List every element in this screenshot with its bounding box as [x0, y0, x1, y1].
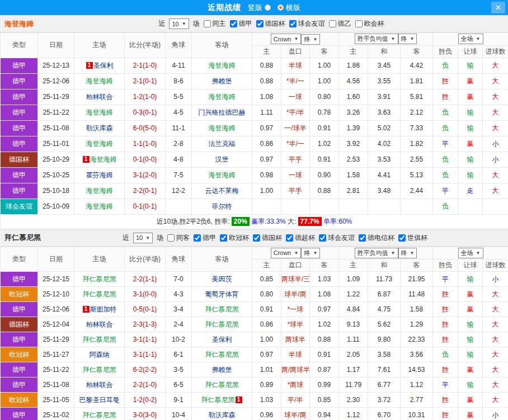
checkbox-德国杯[interactable] [253, 234, 260, 242]
mean-select[interactable]: 胜平负均值▼ [355, 34, 398, 44]
checkbox-德甲[interactable] [230, 20, 237, 27]
team-link[interactable]: 拜仁慕尼黑 [205, 305, 239, 313]
checkbox-德超杯[interactable] [286, 234, 293, 242]
match-count-select[interactable]: 10▼ [169, 18, 189, 29]
team-link[interactable]: 拜仁慕尼黑 [205, 381, 239, 389]
scope-select[interactable]: 全场▼ [458, 34, 483, 44]
team-link[interactable]: 海登海姆 [86, 202, 113, 210]
home-odds-cell: 1.00 [252, 332, 281, 347]
corner-cell: 4-8 [166, 152, 192, 167]
team-link[interactable]: 拜仁慕尼黑 [83, 336, 116, 343]
filter-checkbox[interactable]: 德甲 [230, 19, 252, 29]
team-link[interactable]: 勒沃库森 [209, 411, 236, 419]
team-link[interactable]: 圣保利 [93, 62, 114, 69]
checkbox-同主[interactable] [204, 20, 211, 27]
layout-option-horizontal[interactable]: 横版 [277, 3, 300, 13]
team-link[interactable]: 拜仁慕尼黑 [83, 366, 116, 374]
mean-final-select[interactable]: 终▼ [398, 248, 417, 258]
checkbox-德国杯[interactable] [256, 20, 264, 27]
layout-option-vertical[interactable]: 竖版 [248, 3, 271, 13]
team-link[interactable]: 柏林联合 [86, 320, 113, 328]
team-link[interactable]: 美因茨 [212, 275, 232, 283]
scope-select[interactable]: 全场▼ [458, 248, 483, 258]
checkbox-欧会杯[interactable] [355, 20, 363, 27]
handicap-result-cell: 赢 [458, 73, 483, 89]
filter-checkbox[interactable]: 球会友谊 [289, 19, 325, 29]
home-team-cell: 海登海姆 [74, 183, 125, 199]
mean-away-cell: 3.56 [401, 347, 433, 362]
bookmaker-select[interactable]: Crown▼ [271, 248, 302, 258]
bookmaker-select[interactable]: Crown▼ [271, 34, 302, 44]
odds-final-select[interactable]: 终▼ [301, 248, 320, 258]
team-link[interactable]: 海登海姆 [209, 62, 236, 69]
mean-select[interactable]: 胜平负均值▼ [355, 248, 398, 258]
table-row: 德甲25-12-06海登海姆2-1(0-1)8-6弗赖堡0.88*半/一1.00… [1, 73, 508, 89]
checkbox-球会友谊[interactable] [319, 234, 326, 242]
team-link[interactable]: 海登海姆 [86, 108, 113, 116]
filter-checkbox[interactable]: 同主 [204, 19, 226, 29]
filter-checkbox[interactable]: 德甲 [194, 233, 216, 243]
team-name[interactable]: 拜仁慕尼黑 [4, 233, 41, 243]
filter-checkbox[interactable]: 德国杯 [253, 233, 282, 243]
team-link[interactable]: 海登海姆 [86, 187, 113, 195]
team-link[interactable]: 海登海姆 [86, 140, 113, 148]
layout-radio-1[interactable] [277, 4, 284, 11]
corner-cell: 10-2 [166, 332, 192, 347]
team-link[interactable]: 海登海姆 [209, 93, 236, 101]
team-link[interactable]: 阿森纳 [90, 351, 110, 358]
filter-checkbox[interactable]: 德电信杯 [359, 233, 394, 243]
mean-away-cell: 1.58 [401, 302, 433, 317]
team-link[interactable]: 巴黎圣日耳曼 [79, 396, 120, 404]
team-link[interactable]: 拜仁慕尼黑 [83, 290, 116, 298]
team-link[interactable]: 门兴格拉德巴赫 [199, 108, 246, 116]
match-count-select[interactable]: 10▼ [133, 233, 153, 243]
checkbox-同客[interactable] [167, 234, 175, 242]
checkbox-球会友谊[interactable] [289, 20, 297, 27]
checkbox-德乙[interactable] [329, 20, 336, 27]
team-link[interactable]: 海登海姆 [209, 171, 236, 179]
filter-checkbox[interactable]: 欧会杯 [355, 19, 384, 29]
team-link[interactable]: 汉堡 [215, 155, 229, 163]
filter-checkbox[interactable]: 球会友谊 [319, 233, 355, 243]
team-link[interactable]: 勒沃库森 [86, 124, 113, 132]
games-label: 场 [157, 233, 163, 243]
chevron-down-icon: ▼ [476, 251, 481, 256]
team-link[interactable]: 圣保利 [212, 336, 232, 343]
team-link[interactable]: 拜仁慕尼黑 [205, 320, 239, 328]
filter-checkbox[interactable]: 德乙 [329, 19, 351, 29]
goals-cell: 大 [483, 377, 508, 393]
team-link[interactable]: 拜仁慕尼黑 [83, 411, 116, 419]
team-link[interactable]: 法兰克福 [209, 140, 236, 148]
team-link[interactable]: 霍芬海姆 [86, 171, 113, 179]
filter-checkbox[interactable]: 德国杯 [256, 19, 285, 29]
checkbox-欧冠杯[interactable] [220, 234, 227, 242]
filter-checkbox[interactable]: 同客 [167, 233, 190, 243]
team-link[interactable]: 海登海姆 [209, 124, 236, 132]
team-link[interactable]: 菲尔特 [212, 202, 232, 210]
team-link[interactable]: 柏林联合 [86, 93, 113, 101]
checkbox-德电信杯[interactable] [359, 234, 366, 242]
team-link[interactable]: 弗赖堡 [212, 77, 232, 85]
team-link[interactable]: 葡萄牙体育 [205, 290, 239, 298]
team-link[interactable]: 拜仁慕尼黑 [205, 351, 239, 358]
team-name[interactable]: 海登海姆 [4, 19, 34, 29]
team-link[interactable]: 海登海姆 [90, 155, 117, 163]
mean-home-cell: 3.26 [339, 105, 368, 120]
team-link[interactable]: 斯图加特 [90, 305, 117, 313]
checkbox-德甲[interactable] [194, 234, 201, 242]
filter-checkbox[interactable]: 世俱杯 [398, 233, 427, 243]
close-button[interactable]: ✕ [491, 2, 505, 13]
team-link[interactable]: 海登海姆 [86, 77, 113, 85]
layout-radio-0[interactable] [265, 4, 271, 11]
result-cell: 平 [433, 183, 458, 199]
team-link[interactable]: 拜仁慕尼黑 [83, 275, 116, 283]
team-link[interactable]: 云达不莱梅 [205, 187, 239, 195]
checkbox-世俱杯[interactable] [398, 234, 406, 242]
mean-final-select[interactable]: 终▼ [398, 34, 417, 44]
odds-final-select[interactable]: 终▼ [301, 34, 320, 45]
filter-checkbox[interactable]: 德超杯 [286, 233, 315, 243]
filter-checkbox[interactable]: 欧冠杯 [220, 233, 249, 243]
team-link[interactable]: 拜仁慕尼黑 [201, 396, 235, 404]
team-link[interactable]: 柏林联合 [86, 381, 113, 389]
team-link[interactable]: 弗赖堡 [212, 366, 232, 374]
